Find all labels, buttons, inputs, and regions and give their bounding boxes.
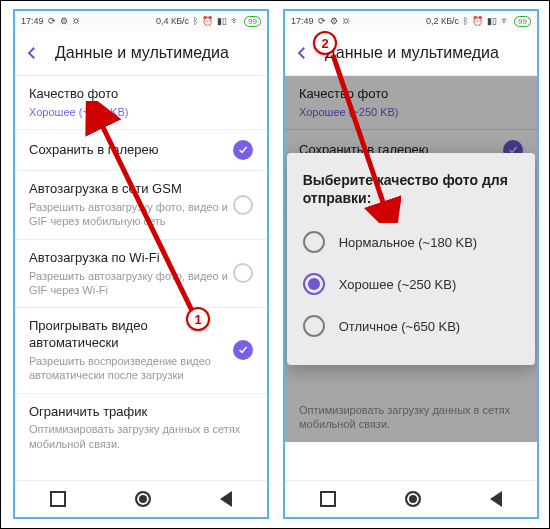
- status-time: 17:49: [21, 16, 44, 26]
- row-limit-traffic[interactable]: Ограничить трафик Оптимизировать загрузк…: [15, 394, 267, 461]
- status-bar: 17:49 ⟳ ⚙ ⛭ 0,4 КБ/с ᛒ ⏰ ▮▯ ᯤ 99: [15, 11, 267, 31]
- photo-quality-dialog: Выберите качество фото для отправки: Нор…: [287, 153, 536, 365]
- page-title: Данные и мультимедиа: [325, 44, 499, 62]
- settings-icon: ⛭: [72, 16, 81, 26]
- checkbox-on-icon[interactable]: [233, 340, 253, 360]
- alarm-icon: ⏰: [202, 16, 213, 26]
- radio-off-icon[interactable]: [303, 231, 325, 253]
- nav-home-icon[interactable]: [135, 491, 151, 507]
- nav-recent-icon[interactable]: [50, 491, 66, 507]
- row-subtitle: Хорошее (~250 KB): [29, 105, 253, 119]
- radio-off-icon[interactable]: [303, 315, 325, 337]
- row-subtitle: Разрешить воспроизведение видео автомати…: [29, 354, 233, 383]
- checkbox-off-icon[interactable]: [233, 263, 253, 283]
- option-label: Хорошее (~250 KB): [339, 277, 457, 292]
- battery-icon: 99: [514, 16, 531, 27]
- phone-screen-1: 17:49 ⟳ ⚙ ⛭ 0,4 КБ/с ᛒ ⏰ ▮▯ ᯤ 99 Данные …: [13, 9, 269, 519]
- row-title: Сохранить в галерею: [29, 142, 233, 159]
- network-speed: 0,4 КБ/с: [156, 16, 189, 26]
- back-arrow-icon[interactable]: [23, 44, 41, 62]
- bluetooth-icon: ᛒ: [463, 16, 468, 26]
- checkbox-on-icon[interactable]: [233, 140, 253, 160]
- row-wifi-autoload[interactable]: Автозагрузка по Wi-Fi Разрешить автозагр…: [15, 240, 267, 308]
- radio-on-icon[interactable]: [303, 273, 325, 295]
- row-subtitle: Оптимизировать загрузку данных в сетях м…: [29, 422, 253, 451]
- settings-icon: ⛭: [342, 16, 351, 26]
- dialog-title: Выберите качество фото для отправки:: [303, 171, 520, 207]
- annotation-badge-1: 1: [186, 307, 210, 331]
- network-speed: 0,2 КБ/с: [426, 16, 459, 26]
- gear-icon: ⚙: [330, 16, 338, 26]
- modal-overlay[interactable]: Выберите качество фото для отправки: Нор…: [285, 76, 537, 442]
- nav-bar: [285, 480, 537, 517]
- phone-screen-2: 17:49 ⟳ ⚙ ⛭ 0,2 КБ/с ᛒ ⏰ ▮▯ ᯤ 99 Данные …: [283, 9, 539, 519]
- signal-icon: ▮▯: [217, 16, 227, 26]
- row-title: Автозагрузка в сети GSM: [29, 181, 233, 198]
- row-autoplay-video[interactable]: Проигрывать видео автоматически Разрешит…: [15, 308, 267, 393]
- status-time: 17:49: [291, 16, 314, 26]
- annotation-badge-2: 2: [313, 31, 337, 55]
- status-bar: 17:49 ⟳ ⚙ ⛭ 0,2 КБ/с ᛒ ⏰ ▮▯ ᯤ 99: [285, 11, 537, 31]
- option-normal[interactable]: Нормальное (~180 KB): [303, 221, 520, 263]
- bluetooth-icon: ᛒ: [193, 16, 198, 26]
- nav-bar: [15, 480, 267, 517]
- row-photo-quality[interactable]: Качество фото Хорошее (~250 KB): [15, 76, 267, 130]
- back-arrow-icon[interactable]: [293, 44, 311, 62]
- sync-icon: ⟳: [318, 16, 326, 26]
- page-title: Данные и мультимедиа: [55, 44, 229, 62]
- wifi-icon: ᯤ: [231, 16, 240, 26]
- title-bar: Данные и мультимедиа: [15, 31, 267, 76]
- row-title: Ограничить трафик: [29, 404, 253, 421]
- row-gsm-autoload[interactable]: Автозагрузка в сети GSM Разрешить автоза…: [15, 171, 267, 239]
- alarm-icon: ⏰: [472, 16, 483, 26]
- nav-home-icon[interactable]: [405, 491, 421, 507]
- option-excellent[interactable]: Отличное (~650 KB): [303, 305, 520, 347]
- battery-icon: 99: [244, 16, 261, 27]
- sync-icon: ⟳: [48, 16, 56, 26]
- row-subtitle: Разрешить автозагрузку фото, видео и GIF…: [29, 269, 233, 298]
- row-title: Автозагрузка по Wi-Fi: [29, 250, 233, 267]
- nav-back-icon[interactable]: [220, 491, 232, 507]
- checkbox-off-icon[interactable]: [233, 195, 253, 215]
- nav-recent-icon[interactable]: [320, 491, 336, 507]
- option-label: Отличное (~650 KB): [339, 319, 461, 334]
- option-good[interactable]: Хорошее (~250 KB): [303, 263, 520, 305]
- wifi-icon: ᯤ: [501, 16, 510, 26]
- row-title: Качество фото: [29, 86, 253, 103]
- row-save-gallery[interactable]: Сохранить в галерею: [15, 130, 267, 171]
- option-label: Нормальное (~180 KB): [339, 235, 478, 250]
- gear-icon: ⚙: [60, 16, 68, 26]
- signal-icon: ▮▯: [487, 16, 497, 26]
- row-subtitle: Разрешить автозагрузку фото, видео и GIF…: [29, 200, 233, 229]
- nav-back-icon[interactable]: [490, 491, 502, 507]
